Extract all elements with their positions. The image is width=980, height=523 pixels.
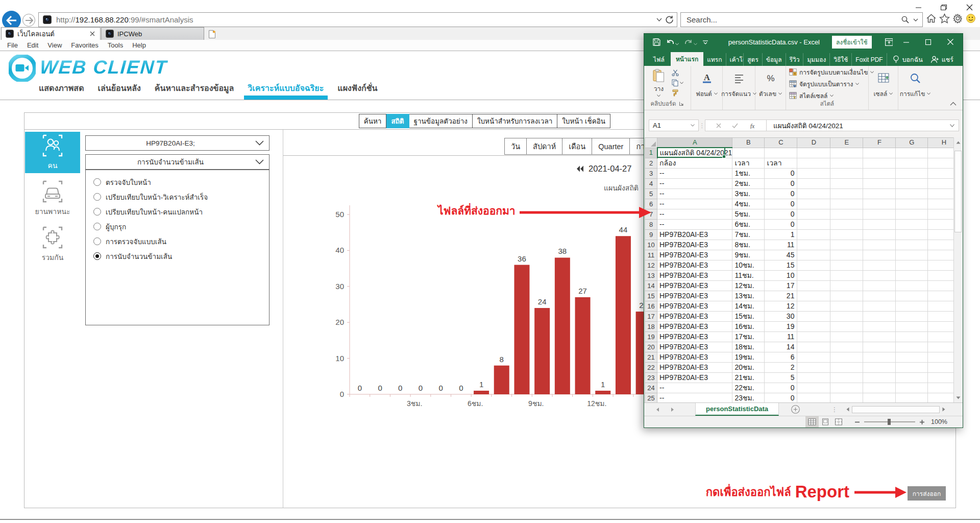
column-header-e[interactable]: E: [830, 138, 863, 148]
row-header-8[interactable]: 8: [645, 220, 657, 230]
export-button[interactable]: การส่งออก: [908, 486, 946, 501]
window-close-button[interactable]: [964, 2, 975, 12]
cell[interactable]: 0: [765, 383, 797, 393]
home-icon[interactable]: [926, 13, 937, 23]
cell[interactable]: --: [657, 383, 732, 393]
save-icon[interactable]: [653, 38, 660, 46]
cell[interactable]: [830, 240, 863, 250]
conditional-formatting-button[interactable]: การจัดรูปแบบตามเงื่อนไข: [789, 66, 874, 78]
sidebar-tile-vehicle[interactable]: ยานพาหนะ: [25, 178, 80, 219]
copy-icon[interactable]: [672, 79, 678, 86]
cell[interactable]: HP97B20AI-E3: [657, 322, 732, 332]
tab-close-icon[interactable]: [90, 31, 95, 36]
cell[interactable]: [863, 209, 896, 220]
scroll-right-icon[interactable]: [940, 405, 948, 415]
row-header-3[interactable]: 3: [645, 169, 657, 179]
cell[interactable]: [830, 148, 863, 158]
excel-close-button[interactable]: [940, 34, 962, 50]
cell[interactable]: [797, 209, 830, 220]
cell[interactable]: [830, 220, 863, 230]
tellme-item[interactable]: บอกฉัน: [888, 53, 927, 66]
settings-gear-icon[interactable]: [952, 13, 963, 23]
cell[interactable]: 0: [765, 393, 797, 403]
cell[interactable]: [896, 220, 928, 230]
row-header-17[interactable]: 17: [645, 312, 657, 322]
cell[interactable]: --: [657, 393, 732, 403]
cell[interactable]: HP97B20AI-E3: [657, 332, 732, 342]
cell[interactable]: 22ชม.: [732, 383, 765, 393]
column-header-a[interactable]: A: [657, 138, 732, 148]
formulabar-expand-icon[interactable]: [950, 124, 954, 127]
cell[interactable]: [797, 271, 830, 281]
cell[interactable]: [896, 352, 928, 363]
cell[interactable]: 12ชม.: [732, 281, 765, 291]
cell[interactable]: [732, 148, 765, 158]
ribbon-tab[interactable]: เค้าโครงหน้ากระดาษ: [726, 53, 744, 66]
editing-group[interactable]: การแก้ไข: [898, 66, 932, 110]
cell[interactable]: [797, 240, 830, 250]
vertical-scrollbar[interactable]: [953, 137, 962, 402]
cell[interactable]: แผนผังสถิติ 04/24/2021: [657, 148, 732, 158]
cell[interactable]: 0: [765, 199, 797, 209]
menu-item-file[interactable]: File: [7, 41, 18, 49]
nav-item[interactable]: วิเคราะห์แบบอัจฉริยะ: [248, 82, 324, 100]
cell[interactable]: HP97B20AI-E3: [657, 342, 732, 352]
window-minimize-button[interactable]: [913, 2, 924, 12]
cell[interactable]: [863, 250, 896, 260]
address-bar[interactable]: http://192.168.88.220:99/#smartAnalysis: [38, 12, 677, 27]
redo-button[interactable]: [684, 38, 697, 45]
cell[interactable]: --: [657, 220, 732, 230]
cell[interactable]: HP97B20AI-E3: [657, 240, 732, 250]
new-tab-button[interactable]: [205, 29, 219, 40]
cell[interactable]: [797, 169, 830, 179]
search-icon[interactable]: [901, 16, 909, 23]
zoom-level[interactable]: 100%: [931, 418, 947, 425]
window-restore-button[interactable]: [938, 2, 949, 12]
cell[interactable]: [830, 363, 863, 373]
ribbon-tab[interactable]: ข้อมูล: [763, 53, 786, 66]
cell[interactable]: 6: [765, 352, 797, 363]
sidebar-tile-combined[interactable]: รวมกัน: [25, 224, 80, 265]
cell[interactable]: 15ชม.: [732, 312, 765, 322]
share-item[interactable]: แชร์: [927, 53, 957, 66]
cell[interactable]: [863, 220, 896, 230]
cell[interactable]: [896, 169, 928, 179]
cell[interactable]: [863, 352, 896, 363]
cell[interactable]: 17ชม.: [732, 332, 765, 342]
cell[interactable]: [863, 342, 896, 352]
cell[interactable]: [830, 312, 863, 322]
row-header-16[interactable]: 16: [645, 301, 657, 312]
cell[interactable]: [896, 301, 928, 312]
cell[interactable]: [863, 148, 896, 158]
cell[interactable]: [863, 240, 896, 250]
cell[interactable]: HP97B20AI-E3: [657, 373, 732, 383]
row-header-2[interactable]: 2: [645, 158, 657, 169]
cell[interactable]: [797, 291, 830, 301]
cell[interactable]: 11: [765, 240, 797, 250]
cell[interactable]: [830, 271, 863, 281]
cell[interactable]: --: [657, 169, 732, 179]
cell[interactable]: [863, 158, 896, 169]
dialog-launcher-icon[interactable]: [679, 101, 684, 106]
cell[interactable]: [896, 281, 928, 291]
cell[interactable]: เวลา: [765, 158, 797, 169]
cell[interactable]: HP97B20AI-E3: [657, 352, 732, 363]
cell[interactable]: [896, 312, 928, 322]
cell[interactable]: [896, 148, 928, 158]
cell[interactable]: [896, 179, 928, 189]
cell[interactable]: [863, 169, 896, 179]
cell[interactable]: [896, 322, 928, 332]
undo-button[interactable]: [666, 38, 679, 45]
cell[interactable]: 10ชม.: [732, 260, 765, 271]
cell[interactable]: [896, 189, 928, 199]
cell[interactable]: HP97B20AI-E3: [657, 260, 732, 271]
search-bar[interactable]: Search...: [680, 12, 923, 27]
subtab[interactable]: ฐานข้อมูลตัวอย่าง: [409, 114, 473, 128]
cell[interactable]: [896, 158, 928, 169]
menu-item-favorites[interactable]: Favorites: [71, 41, 98, 49]
cell[interactable]: --: [657, 179, 732, 189]
row-header-18[interactable]: 18: [645, 322, 657, 332]
cell[interactable]: [830, 342, 863, 352]
cell[interactable]: [830, 199, 863, 209]
cell[interactable]: [896, 393, 928, 403]
